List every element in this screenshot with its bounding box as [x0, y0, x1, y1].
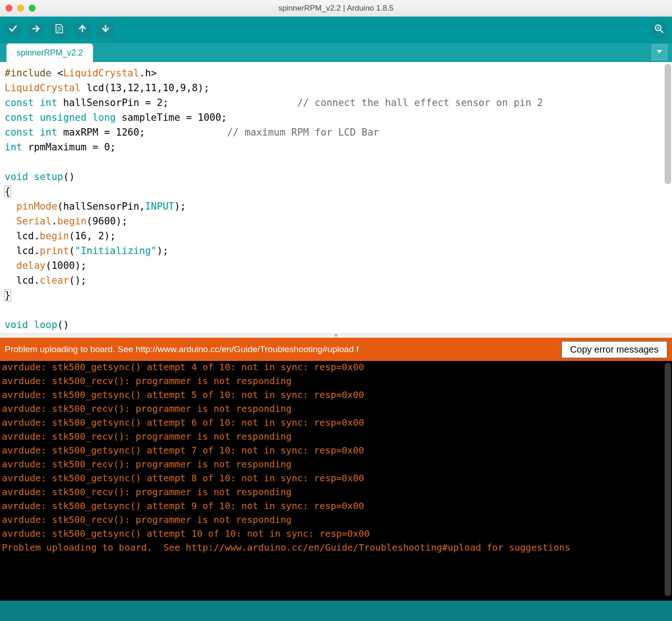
splitter-handle[interactable] — [0, 333, 672, 338]
verify-button[interactable] — [5, 21, 21, 38]
tab-sketch-active[interactable]: spinnerRPM_v2.2 — [6, 43, 93, 62]
arrow-up-icon — [78, 24, 87, 35]
window-titlebar: spinnerRPM_v2.2 | Arduino 1.8.5 — [0, 0, 672, 17]
magnifier-icon — [654, 24, 664, 36]
upload-button[interactable] — [28, 21, 44, 38]
open-button[interactable] — [74, 21, 91, 38]
traffic-lights — [6, 5, 36, 12]
svg-point-1 — [658, 27, 659, 28]
chevron-down-icon — [656, 48, 663, 57]
check-icon — [8, 24, 18, 35]
serial-monitor-button[interactable] — [651, 21, 667, 38]
console-line: avrdude: stk500_getsync() attempt 8 of 1… — [2, 471, 670, 485]
tab-menu-dropdown[interactable] — [652, 44, 667, 60]
new-button[interactable] — [51, 21, 68, 38]
console-line: avrdude: stk500_getsync() attempt 5 of 1… — [2, 388, 670, 402]
file-icon — [55, 24, 63, 35]
console-line: avrdude: stk500_getsync() attempt 6 of 1… — [2, 416, 670, 429]
status-bar: Problem uploading to board. See http://w… — [0, 338, 672, 361]
arrow-right-icon — [31, 24, 41, 35]
console-line: avrdude: stk500_getsync() attempt 7 of 1… — [2, 443, 670, 457]
maximize-button[interactable] — [29, 5, 36, 12]
footer-bar — [0, 601, 672, 621]
window-title: spinnerRPM_v2.2 | Arduino 1.8.5 — [0, 4, 672, 13]
copy-error-button[interactable]: Copy error messages — [561, 341, 667, 358]
grip-icon — [335, 334, 337, 337]
save-button[interactable] — [97, 21, 114, 38]
minimize-button[interactable] — [17, 5, 24, 12]
console-line: avrdude: stk500_recv(): programmer is no… — [2, 402, 670, 416]
close-button[interactable] — [6, 5, 12, 12]
console-output[interactable]: avrdude: stk500_recv(): programmer is no… — [0, 361, 672, 601]
status-message: Problem uploading to board. See http://w… — [5, 344, 359, 354]
toolbar — [0, 17, 672, 43]
console-line: avrdude: stk500_recv(): programmer is no… — [2, 457, 670, 471]
tab-bar: spinnerRPM_v2.2 — [0, 43, 672, 62]
console-line: avrdude: stk500_recv(): programmer is no… — [2, 374, 670, 388]
code-editor[interactable]: #include <LiquidCrystal.h> LiquidCrystal… — [0, 62, 672, 333]
arrow-down-icon — [101, 24, 110, 35]
console-line: avrdude: stk500_recv(): programmer is no… — [2, 429, 670, 443]
console-line: avrdude: stk500_recv(): programmer is no… — [2, 513, 670, 527]
console-line: avrdude: stk500_getsync() attempt 4 of 1… — [2, 361, 670, 374]
console-line: Problem uploading to board. See http://w… — [2, 540, 670, 554]
editor-scrollbar[interactable] — [665, 64, 671, 184]
tab-label: spinnerRPM_v2.2 — [17, 48, 83, 58]
console-line: avrdude: stk500_getsync() attempt 9 of 1… — [2, 499, 670, 513]
code-content[interactable]: #include <LiquidCrystal.h> LiquidCrystal… — [0, 62, 672, 333]
console-scrollbar[interactable] — [665, 363, 671, 596]
console-line: avrdude: stk500_getsync() attempt 10 of … — [2, 527, 670, 540]
console-line: avrdude: stk500_recv(): programmer is no… — [2, 485, 670, 499]
